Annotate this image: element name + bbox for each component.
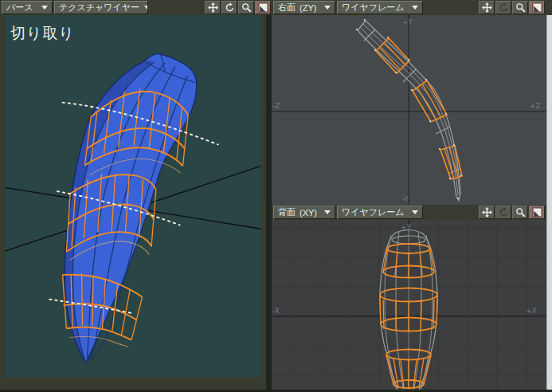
right-display-mode-label: ワイヤフレーム <box>342 2 405 14</box>
maximize-icon <box>532 2 542 13</box>
application-window: パース テクスチャワイヤー 切り取り <box>0 0 552 392</box>
back-display-mode-label: ワイヤフレーム <box>342 206 405 218</box>
rotate-icon <box>499 2 509 13</box>
axis-label-bottom: -Y <box>402 195 409 203</box>
maximize-button[interactable] <box>529 1 545 14</box>
maximize-button[interactable] <box>255 1 271 14</box>
maximize-button[interactable] <box>529 206 545 219</box>
back-display-mode-select[interactable]: ワイヤフレーム <box>337 206 423 219</box>
chevron-down-icon <box>412 210 418 214</box>
perspective-view-select[interactable]: パース <box>2 1 53 14</box>
perspective-display-mode-label: テクスチャワイヤー <box>59 2 139 14</box>
axis-label-right: +X <box>526 307 537 315</box>
axis-label-top: +Y <box>402 18 413 26</box>
rotate-button-disabled <box>495 206 511 219</box>
chevron-down-icon <box>412 6 418 10</box>
viewport-divider[interactable] <box>266 15 272 392</box>
pan-button[interactable] <box>205 1 221 14</box>
perspective-viewport-canvas[interactable] <box>0 15 266 392</box>
axis-label-right: +Z <box>530 102 541 110</box>
zoom-icon <box>515 2 526 13</box>
chevron-down-icon <box>144 6 148 10</box>
zoom-icon <box>515 207 526 218</box>
back-view-label: 背面 <box>278 206 296 218</box>
back-viewport-header: 背面 (XY) ワイヤフレーム <box>272 205 546 220</box>
zoom-button[interactable] <box>238 1 254 14</box>
axis-label-left: -X <box>272 307 280 315</box>
pan-button[interactable] <box>479 1 495 14</box>
zoom-button[interactable] <box>512 206 528 219</box>
pan-icon <box>482 207 492 218</box>
maximize-icon <box>258 2 268 13</box>
rotate-icon <box>225 2 235 13</box>
pan-icon <box>208 2 218 13</box>
right-view-select[interactable]: 右面 (ZY) <box>273 1 335 14</box>
right-view-label: 右面 <box>278 2 296 14</box>
zoom-icon <box>241 2 252 13</box>
pan-icon <box>482 2 492 13</box>
pan-button[interactable] <box>479 206 495 219</box>
maximize-icon <box>532 207 542 218</box>
perspective-view-label: パース <box>6 2 33 14</box>
back-view-axis: (XY) <box>299 208 317 218</box>
perspective-viewport-header: パース テクスチャワイヤー <box>0 0 272 15</box>
chevron-down-icon <box>324 210 331 214</box>
zoom-button[interactable] <box>512 1 528 14</box>
right-scrollbar[interactable] <box>546 15 552 392</box>
back-view-select[interactable]: 背面 (XY) <box>273 206 335 219</box>
rotate-button-disabled <box>495 1 511 14</box>
chevron-down-icon <box>324 6 331 10</box>
right-display-mode-select[interactable]: ワイヤフレーム <box>337 1 423 14</box>
rotate-icon <box>499 207 509 218</box>
chevron-down-icon <box>41 6 48 10</box>
right-viewport-header: 右面 (ZY) ワイヤフレーム <box>272 0 546 15</box>
axis-label-left: -Z <box>272 102 280 110</box>
perspective-display-mode-select[interactable]: テクスチャワイヤー <box>54 1 148 14</box>
back-viewport-canvas[interactable]: +Y -X +X <box>272 220 546 392</box>
active-command-label: 切り取り <box>10 23 75 44</box>
rotate-button[interactable] <box>221 1 237 14</box>
right-view-axis: (ZY) <box>299 3 316 13</box>
right-viewport-canvas[interactable]: +Y -Y -Z +Z <box>272 15 546 205</box>
